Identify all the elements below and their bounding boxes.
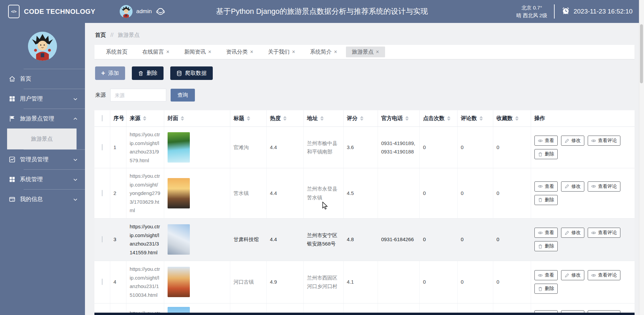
view-comments-button[interactable]: 查看评论 — [588, 136, 620, 146]
edit-button[interactable]: 修改 — [561, 136, 584, 146]
row-delete-button[interactable]: 删除 — [534, 241, 558, 251]
view-comments-button[interactable]: 查看评论 — [588, 270, 620, 280]
sidebar-item-label: 我的信息 — [20, 195, 43, 203]
user-block[interactable]: admin — [120, 5, 166, 18]
brand-name: CODE TECHNOLOGY — [24, 8, 95, 16]
username: admin — [136, 8, 152, 15]
row-checkbox[interactable] — [102, 190, 103, 196]
tab-news-category[interactable]: 资讯分类 — [220, 47, 259, 57]
sort-icon[interactable] — [405, 116, 409, 121]
cell-rating: 4.8 — [343, 218, 378, 261]
row-delete-button[interactable]: 删除 — [534, 195, 558, 205]
breadcrumb-home[interactable]: 首页 — [95, 32, 106, 38]
table-row: 4 https://you.ctrip.com/sight/lanzhou231… — [94, 261, 635, 303]
sort-icon[interactable] — [320, 116, 324, 121]
weather-city-temp: 北京 0.7° — [516, 4, 547, 11]
tab-online-messages[interactable]: 在线留言 — [136, 47, 175, 57]
vertical-scrollbar[interactable] — [639, 0, 644, 315]
source-input[interactable] — [110, 89, 166, 102]
cell-clicks: 0 — [419, 218, 457, 261]
sort-icon[interactable] — [247, 116, 250, 121]
sort-icon[interactable] — [360, 116, 363, 121]
avatar[interactable] — [120, 5, 133, 18]
col-header-address[interactable]: 地址 — [303, 110, 343, 127]
user-status-icon[interactable] — [155, 6, 166, 17]
sidebar-item-my-info[interactable]: 我的信息 — [0, 189, 85, 209]
table-row: 1 https://you.ctrip.com/sight/lanzhou231… — [94, 127, 635, 168]
pencil-icon — [564, 138, 569, 143]
row-checkbox[interactable] — [102, 236, 103, 242]
sidebar-item-scenic-management[interactable]: 旅游景点管理 — [0, 109, 85, 128]
col-header-favorites[interactable]: 收藏数 — [493, 110, 531, 127]
tab-news[interactable]: 新闻资讯 — [178, 47, 217, 57]
col-header-title[interactable]: 标题 — [230, 110, 266, 127]
col-header-rating[interactable]: 评分 — [343, 110, 378, 127]
line-chart-icon — [9, 156, 16, 163]
sidebar-item-system-management[interactable]: 系统管理 — [0, 169, 85, 189]
tab-close-icon[interactable] — [250, 49, 253, 55]
row-actions: 查看 修改 查看评论 删除 — [534, 270, 632, 294]
chevron-down-icon — [73, 177, 78, 181]
toolbar: 添加 删除 爬取数据 — [95, 66, 635, 80]
tab-close-icon[interactable] — [166, 49, 169, 55]
sidebar-item-home[interactable]: 首页 — [0, 69, 85, 89]
cell-heat: 4.9 — [266, 261, 303, 303]
cell-heat: 4.4 — [266, 168, 303, 219]
sidebar-item-user-management[interactable]: 用户管理 — [0, 89, 85, 109]
col-header-index[interactable]: 序号 — [110, 110, 126, 127]
sort-icon[interactable] — [447, 116, 450, 121]
edit-button[interactable]: 修改 — [561, 228, 584, 238]
sort-icon[interactable] — [515, 116, 519, 121]
sort-icon[interactable] — [479, 116, 483, 121]
breadcrumb-separator: // — [110, 32, 113, 38]
view-comments-button[interactable]: 查看评论 — [588, 181, 620, 192]
tab-system-home[interactable]: 系统首页 — [100, 47, 134, 57]
row-delete-button[interactable]: 删除 — [534, 149, 558, 159]
header-divider — [554, 4, 555, 19]
cell-heat: 4.4 — [266, 218, 303, 261]
col-header-clicks[interactable]: 点击次数 — [419, 110, 457, 127]
col-header-source[interactable]: 来源 — [126, 110, 164, 127]
delete-button[interactable]: 删除 — [132, 66, 164, 80]
tab-label: 系统首页 — [106, 49, 127, 56]
view-button[interactable]: 查看 — [534, 136, 558, 146]
sort-icon[interactable] — [181, 116, 184, 121]
view-button[interactable]: 查看 — [534, 181, 558, 192]
col-header-heat[interactable]: 热度 — [266, 110, 303, 127]
view-button[interactable]: 查看 — [534, 228, 558, 238]
select-all-checkbox[interactable] — [102, 115, 103, 121]
view-button[interactable]: 查看 — [534, 270, 558, 280]
tab-about-us[interactable]: 关于我们 — [262, 47, 301, 57]
col-header-comments[interactable]: 评论数 — [457, 110, 493, 127]
sort-icon[interactable] — [283, 116, 287, 121]
row-actions: 查看 修改 查看评论 删除 — [534, 136, 632, 159]
pencil-icon — [564, 230, 569, 235]
row-checkbox[interactable] — [102, 279, 103, 285]
cell-favorites: 0 — [493, 168, 531, 219]
sort-icon[interactable] — [143, 116, 146, 121]
row-checkbox[interactable] — [102, 144, 103, 150]
edit-button[interactable]: 修改 — [561, 181, 584, 192]
tab-close-icon[interactable] — [208, 49, 211, 55]
tab-close-icon[interactable] — [334, 49, 337, 55]
view-comments-button[interactable]: 查看评论 — [588, 228, 620, 238]
tab-close-icon[interactable] — [376, 49, 379, 55]
sidebar-subitem-scenic-spots[interactable]: 旅游景点 — [7, 128, 77, 149]
add-button[interactable]: 添加 — [95, 66, 125, 80]
tab-system-intro[interactable]: 系统简介 — [304, 47, 343, 57]
scrollbar-thumb[interactable] — [640, 24, 643, 83]
tab-close-icon[interactable] — [292, 49, 295, 55]
edit-button[interactable]: 修改 — [561, 270, 584, 280]
row-delete-button[interactable]: 删除 — [534, 284, 558, 294]
search-button[interactable]: 查询 — [171, 89, 195, 102]
cell-title: 苦水镇 — [230, 168, 266, 219]
header-right: 北京 0.7° 晴 西北风 2级 2023-11-23 16:52:10 — [516, 4, 633, 20]
cell-address: 兰州市安宁区银安路568号 — [303, 218, 343, 261]
crawl-data-button[interactable]: 爬取数据 — [170, 66, 213, 80]
tab-scenic-spots[interactable]: 旅游景点 — [346, 47, 385, 57]
col-header-phone[interactable]: 官方电话 — [378, 110, 419, 127]
sidebar-item-admin-management[interactable]: 管理员管理 — [0, 149, 85, 169]
cell-clicks: 0 — [419, 261, 457, 303]
breadcrumb-current: 旅游景点 — [118, 32, 140, 38]
col-header-cover[interactable]: 封面 — [164, 110, 230, 127]
